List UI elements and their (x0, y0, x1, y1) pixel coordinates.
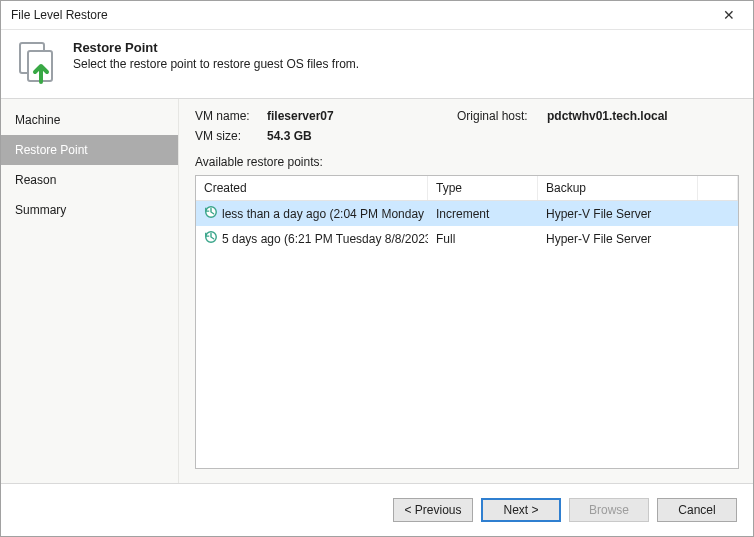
sidebar-item-machine[interactable]: Machine (1, 105, 178, 135)
col-type[interactable]: Type (428, 176, 538, 200)
browse-button[interactable]: Browse (569, 498, 649, 522)
header-title: Restore Point (73, 40, 359, 55)
restore-point-icon (17, 40, 61, 84)
orig-host-label: Original host: (457, 109, 547, 123)
vm-name-value: fileserver07 (267, 109, 457, 123)
sidebar-item-summary[interactable]: Summary (1, 195, 178, 225)
sidebar-item-label: Reason (15, 173, 56, 187)
restore-point-row-icon (204, 205, 218, 222)
col-created[interactable]: Created (196, 176, 428, 200)
wizard-body: MachineRestore PointReasonSummary VM nam… (1, 99, 753, 484)
cell-created: 5 days ago (6:21 PM Tuesday 8/8/2023) (222, 232, 428, 246)
available-label: Available restore points: (195, 155, 739, 169)
sidebar-item-restore-point[interactable]: Restore Point (1, 135, 178, 165)
restore-point-row-icon (204, 230, 218, 247)
wizard-footer: < Previous Next > Browse Cancel (1, 484, 753, 536)
cell-type: Full (428, 230, 538, 248)
vm-size-value: 54.3 GB (267, 129, 457, 143)
main-panel: VM name: fileserver07 Original host: pdc… (179, 99, 753, 483)
titlebar: File Level Restore ✕ (1, 1, 753, 30)
header-subtitle: Select the restore point to restore gues… (73, 57, 359, 71)
vm-name-label: VM name: (195, 109, 267, 123)
cell-backup: Hyper-V File Server (538, 230, 698, 248)
wizard-window: File Level Restore ✕ Restore Point Selec… (0, 0, 754, 537)
vm-info: VM name: fileserver07 Original host: pdc… (195, 109, 739, 143)
table-row[interactable]: 5 days ago (6:21 PM Tuesday 8/8/2023)Ful… (196, 226, 738, 251)
table-row[interactable]: less than a day ago (2:04 PM Monday ...I… (196, 201, 738, 226)
cell-backup: Hyper-V File Server (538, 205, 698, 223)
col-backup[interactable]: Backup (538, 176, 698, 200)
sidebar-item-label: Machine (15, 113, 60, 127)
window-title: File Level Restore (11, 8, 713, 22)
next-button[interactable]: Next > (481, 498, 561, 522)
sidebar-item-label: Summary (15, 203, 66, 217)
wizard-header: Restore Point Select the restore point t… (1, 30, 753, 99)
wizard-sidebar: MachineRestore PointReasonSummary (1, 99, 179, 483)
sidebar-item-reason[interactable]: Reason (1, 165, 178, 195)
cancel-button[interactable]: Cancel (657, 498, 737, 522)
orig-host-value: pdctwhv01.tech.local (547, 109, 739, 123)
sidebar-item-label: Restore Point (15, 143, 88, 157)
vm-size-label: VM size: (195, 129, 267, 143)
cell-created: less than a day ago (2:04 PM Monday ... (222, 207, 428, 221)
cell-type: Increment (428, 205, 538, 223)
table-body: less than a day ago (2:04 PM Monday ...I… (196, 201, 738, 468)
table-header: Created Type Backup (196, 176, 738, 201)
restore-points-table: Created Type Backup less than a day ago … (195, 175, 739, 469)
close-icon[interactable]: ✕ (713, 7, 745, 23)
previous-button[interactable]: < Previous (393, 498, 473, 522)
